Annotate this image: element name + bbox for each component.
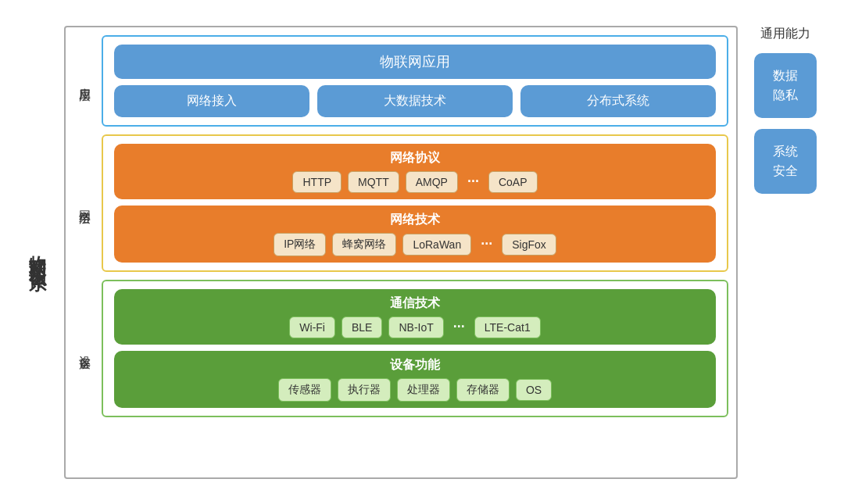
- dev-item-sensor: 传感器: [278, 378, 331, 402]
- app-item-0: 网络接入: [114, 85, 309, 117]
- net-layer-label: 网络层: [73, 134, 95, 272]
- dev-func-items: 传感器 执行器 处理器 存储器 OS: [278, 378, 552, 402]
- dev-comm-title: 通信技术: [390, 295, 440, 312]
- net-tech-block: 网络技术 IP网络 蜂窝网络 LoRaWan ··· SigFox: [114, 206, 716, 263]
- right-card-data-privacy: 数据隐私: [754, 53, 817, 118]
- app-layer-row: 应用层 物联网应用 网络接入 大数据技术 分布式系统: [73, 35, 728, 127]
- net-item-ip: IP网络: [274, 233, 326, 256]
- dev-item-os: OS: [516, 379, 552, 401]
- right-sidebar: 通用能力 数据隐私 系统安全: [750, 26, 821, 479]
- dev-func-block: 设备功能 传感器 执行器 处理器 存储器 OS: [114, 351, 716, 408]
- net-item-amqp: AMQP: [406, 171, 458, 193]
- net-item-mqtt: MQTT: [348, 171, 399, 193]
- dev-item-processor: 处理器: [397, 378, 450, 402]
- app-item-2: 分布式系统: [520, 85, 716, 117]
- net-tech-dots: ···: [477, 236, 495, 252]
- right-sidebar-title: 通用能力: [760, 26, 810, 42]
- net-protocol-title: 网络协议: [390, 150, 440, 166]
- app-layer-label: 应用层: [73, 35, 95, 127]
- app-item-1: 大数据技术: [317, 85, 513, 117]
- right-card-system-security: 系统安全: [754, 129, 817, 194]
- net-item-http: HTTP: [292, 171, 342, 193]
- dev-item-nbiot: NB-IoT: [388, 316, 443, 338]
- net-item-cellular: 蜂窝网络: [332, 233, 396, 256]
- dev-item-storage: 存储器: [456, 378, 510, 402]
- dev-comm-items: Wi-Fi BLE NB-IoT ··· LTE-Cat1: [289, 316, 540, 338]
- dev-layer-box: 通信技术 Wi-Fi BLE NB-IoT ··· LTE-Cat1 设备功能: [102, 280, 728, 417]
- net-tech-title: 网络技术: [390, 212, 440, 228]
- dev-comm-dots: ···: [450, 319, 468, 335]
- net-layer-content: 网络协议 HTTP MQTT AMQP ··· CoAP 网络技术: [102, 134, 728, 272]
- app-layer-content: 物联网应用 网络接入 大数据技术 分布式系统: [102, 35, 728, 127]
- app-top-item: 物联网应用: [114, 45, 716, 79]
- net-protocol-block: 网络协议 HTTP MQTT AMQP ··· CoAP: [114, 144, 716, 199]
- dev-item-wifi: Wi-Fi: [289, 316, 335, 338]
- net-protocol-items: HTTP MQTT AMQP ··· CoAP: [292, 171, 537, 193]
- dev-layer-label: 设备层: [73, 280, 95, 417]
- net-tech-items: IP网络 蜂窝网络 LoRaWan ··· SigFox: [274, 233, 556, 256]
- dev-func-title: 设备功能: [390, 357, 440, 374]
- net-layer-row: 网络层 网络协议 HTTP MQTT AMQP ··· CoAP: [73, 134, 728, 272]
- net-item-coap: CoAP: [488, 171, 538, 193]
- net-item-lorawan: LoRaWan: [402, 234, 471, 256]
- dev-layer-row: 设备层 通信技术 Wi-Fi BLE NB-IoT ··· LTE-Cat1: [73, 280, 728, 417]
- net-item-sigfox: SigFox: [502, 234, 556, 256]
- dev-item-lte: LTE-Cat1: [474, 316, 541, 338]
- dev-item-actuator: 执行器: [338, 378, 391, 402]
- app-bottom-row: 网络接入 大数据技术 分布式系统: [114, 85, 716, 117]
- dev-layer-content: 通信技术 Wi-Fi BLE NB-IoT ··· LTE-Cat1 设备功能: [102, 280, 728, 417]
- diagram-area: 应用层 物联网应用 网络接入 大数据技术 分布式系统 网络层: [64, 26, 738, 479]
- main-title-label: 物联网知识体系: [23, 26, 52, 479]
- dev-item-ble: BLE: [342, 316, 382, 338]
- dev-comm-block: 通信技术 Wi-Fi BLE NB-IoT ··· LTE-Cat1: [114, 289, 716, 345]
- net-layer-box: 网络协议 HTTP MQTT AMQP ··· CoAP 网络技术: [102, 134, 728, 272]
- net-protocol-dots: ···: [464, 173, 482, 190]
- app-layer-box: 物联网应用 网络接入 大数据技术 分布式系统: [102, 35, 728, 127]
